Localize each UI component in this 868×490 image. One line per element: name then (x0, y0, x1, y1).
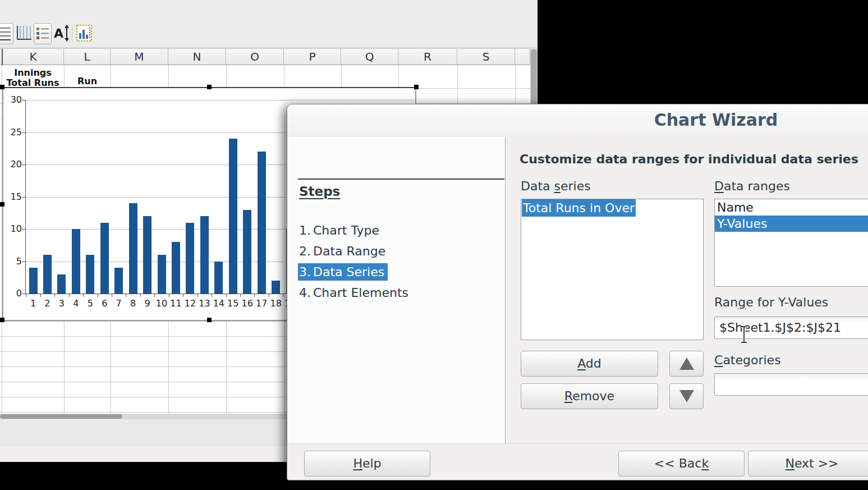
steps-list: 1.Chart Type2.Data Range3.Data Series4.C… (298, 220, 503, 303)
up-arrow-icon (678, 356, 695, 372)
data-range-item-Name[interactable]: Name (715, 199, 868, 216)
bar-9[interactable] (143, 216, 151, 294)
data-ranges-listbox[interactable]: NameY-Values (714, 199, 868, 287)
x-axis-label: 5 (83, 298, 97, 309)
column-header-O[interactable]: O (226, 49, 284, 66)
column-header-partial[interactable] (515, 49, 530, 66)
x-axis-label: 12 (183, 298, 197, 309)
desktop-screen: A KLMNOPQRS Innings Total RunsRun Rate (0, 0, 868, 490)
x-axis-label: 13 (198, 298, 212, 309)
wizard-step-3[interactable]: 3.Data Series (298, 262, 503, 282)
x-axis-label: 7 (112, 298, 126, 309)
chart-handle-bottom-left[interactable] (0, 318, 4, 322)
bar-13[interactable] (200, 216, 209, 294)
x-tick (226, 294, 227, 297)
next-button[interactable]: Next >> (748, 451, 868, 477)
column-header-P[interactable]: P (284, 49, 341, 66)
move-down-button[interactable] (669, 383, 704, 409)
data-series-item[interactable]: Total Runs in Over (521, 199, 703, 217)
bar-14[interactable] (214, 262, 223, 294)
bar-2[interactable] (43, 255, 52, 294)
range-y-input[interactable]: $Sheet1.$J$2:$J$21 (714, 317, 868, 339)
bar-3[interactable] (57, 274, 66, 294)
bar-6[interactable] (100, 223, 109, 294)
column-header-Q[interactable]: Q (341, 49, 398, 66)
bar-7[interactable] (114, 268, 123, 294)
x-tick (40, 294, 41, 297)
x-tick (254, 294, 255, 297)
chart-handle-top-left[interactable] (0, 85, 4, 89)
column-header-R[interactable]: R (398, 49, 457, 66)
x-tick (126, 294, 126, 297)
ibeam-cursor (740, 326, 748, 346)
vertical-grids-icon[interactable] (15, 23, 34, 44)
bar-12[interactable] (186, 223, 194, 294)
x-tick (54, 294, 55, 297)
y-axis-label: 10 (3, 223, 22, 234)
column-header-N[interactable]: N (168, 49, 226, 66)
data-range-item-Y-Values[interactable]: Y-Values (715, 216, 868, 232)
x-axis-label: 4 (69, 298, 83, 309)
horizontal-grids-icon[interactable] (0, 23, 13, 44)
x-axis-label: 2 (40, 298, 54, 309)
data-ranges-label: Data ranges (714, 179, 790, 193)
move-up-button[interactable] (669, 351, 704, 377)
chart-handle-top-mid[interactable] (207, 85, 212, 89)
bar-5[interactable] (86, 255, 94, 294)
x-tick (283, 294, 283, 297)
column-header-M[interactable]: M (111, 49, 168, 66)
column-header-S[interactable]: S (457, 49, 515, 66)
x-axis-label: 10 (154, 298, 168, 309)
legend-toggle-icon[interactable] (34, 23, 52, 44)
column-header-L[interactable]: L (64, 49, 111, 66)
bar-1[interactable] (29, 268, 38, 294)
chart-type-icon[interactable] (75, 23, 93, 44)
remove-button[interactable]: Remove (521, 383, 658, 409)
y-axis-label: 5 (3, 256, 22, 267)
horizontal-scrollbar-thumb[interactable] (0, 414, 122, 419)
x-axis-label: 16 (240, 298, 254, 309)
bar-11[interactable] (172, 242, 180, 294)
x-axis-label: 18 (269, 298, 283, 309)
wizard-step-1[interactable]: 1.Chart Type (298, 220, 503, 241)
chart-edit-toolbar: A (0, 21, 538, 48)
x-tick (98, 294, 98, 297)
column-header-K[interactable]: K (2, 49, 64, 66)
chart-handle-top-right[interactable] (414, 85, 419, 89)
dialog-titlebar[interactable]: Chart Wizard (287, 104, 868, 137)
bar-18[interactable] (272, 281, 280, 294)
wizard-step-2[interactable]: 2.Data Range (298, 241, 503, 262)
bar-17[interactable] (258, 152, 266, 294)
y-axis-label: 20 (3, 159, 22, 170)
x-axis-label: 9 (140, 298, 154, 309)
x-axis-label: 14 (212, 298, 226, 309)
y-tick (22, 294, 25, 294)
y-axis-label: 0 (3, 288, 22, 299)
bar-4[interactable] (72, 229, 80, 294)
y-axis-line (25, 100, 26, 294)
character-format-icon[interactable]: A (53, 23, 71, 44)
data-series-listbox[interactable]: Total Runs in Over (521, 199, 704, 340)
chart-handle-bottom-mid[interactable] (207, 318, 212, 322)
data-series-label: Data series (521, 179, 591, 193)
x-tick (169, 294, 169, 297)
categories-input[interactable] (714, 373, 868, 396)
x-tick (240, 294, 241, 297)
help-button[interactable]: Help (304, 451, 430, 477)
wizard-step-4[interactable]: 4.Chart Elements (298, 282, 503, 303)
add-button[interactable]: Add (521, 351, 658, 377)
cell-K1[interactable]: Innings Total Runs (2, 68, 64, 89)
bar-10[interactable] (158, 255, 166, 294)
x-tick (198, 294, 198, 297)
down-arrow-icon (678, 388, 695, 404)
x-tick (269, 294, 269, 297)
chart-handle-left-mid[interactable] (0, 202, 4, 207)
bar-8[interactable] (129, 203, 137, 294)
steps-title: Steps (299, 184, 340, 199)
bar-16[interactable] (243, 210, 251, 294)
back-button[interactable]: << Back (618, 451, 745, 477)
chart-wizard-dialog: Chart Wizard Steps 1.Chart Type2.Data Ra… (287, 104, 868, 480)
x-tick (154, 294, 155, 297)
bar-15[interactable] (229, 139, 237, 294)
x-axis-label: 11 (169, 298, 183, 309)
